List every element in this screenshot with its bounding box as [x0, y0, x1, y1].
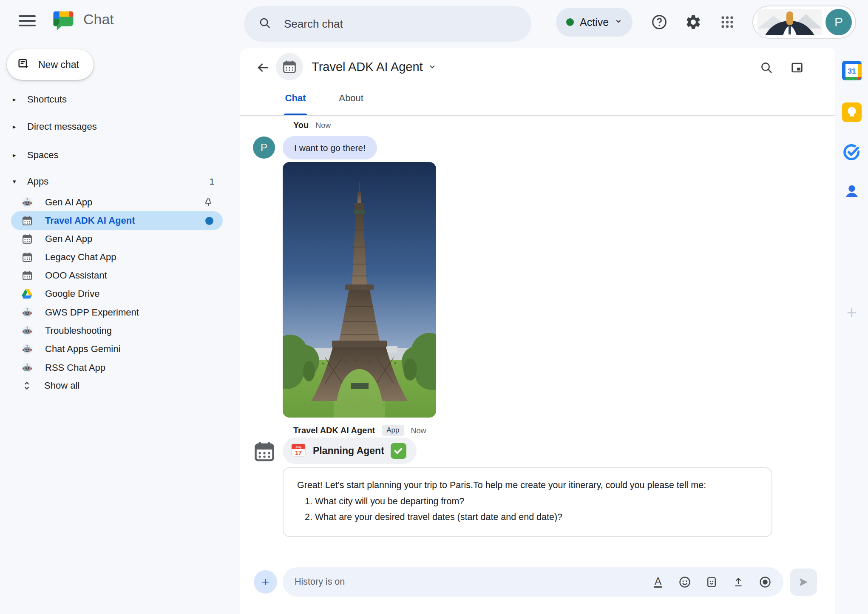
- check-mark-emoji: [391, 443, 406, 459]
- avatar: P: [825, 9, 852, 35]
- chevron-down-icon: [615, 17, 622, 27]
- emoji-icon[interactable]: [678, 576, 691, 588]
- chevron-down-icon: [428, 63, 437, 71]
- sidebar-item-gen-ai-app[interactable]: Gen AI App: [11, 193, 223, 212]
- app-label: Gen AI App: [45, 233, 92, 244]
- add-attachment-button[interactable]: +: [254, 570, 277, 594]
- message-time: Now: [411, 426, 426, 435]
- gif-sticker-icon[interactable]: [705, 576, 718, 588]
- search-input[interactable]: Search chat: [244, 6, 531, 42]
- tab-chat[interactable]: Chat: [282, 85, 309, 114]
- conversation-panel: Travel ADK AI Agent Chat About You Now P…: [240, 48, 835, 614]
- main-menu-icon[interactable]: [19, 15, 36, 27]
- message-input-placeholder: History is on: [295, 577, 652, 587]
- google-keep-icon[interactable]: [842, 102, 862, 124]
- app-label: Google Drive: [45, 288, 99, 299]
- account-profile[interactable]: P: [752, 6, 856, 39]
- svg-text:31: 31: [848, 67, 856, 75]
- app-label: OOO Assistant: [45, 270, 107, 281]
- show-all-button[interactable]: Show all: [11, 376, 223, 395]
- message-list-item: What city will you be departing from?: [315, 494, 758, 509]
- app-label: Troubleshooting: [45, 325, 112, 336]
- unread-dot: [205, 217, 213, 225]
- app-label: Gen AI App: [45, 197, 92, 208]
- page-title: Travel ADK AI Agent: [312, 48, 423, 85]
- google-chat-app: Chat Search chat Active: [0, 0, 868, 614]
- message-list-item: What are your desired travel dates (star…: [315, 509, 758, 525]
- app-label: RSS Chat App: [45, 362, 105, 373]
- contacts-icon[interactable]: [843, 182, 861, 202]
- status-label: Active: [580, 16, 609, 28]
- text-format-icon[interactable]: A: [652, 576, 664, 588]
- record-video-icon[interactable]: [759, 576, 772, 588]
- eiffel-tower-photo[interactable]: [283, 162, 436, 418]
- search-in-conversation-icon[interactable]: [757, 58, 776, 77]
- search-placeholder: Search chat: [284, 17, 343, 31]
- sidebar-item-troubleshooting[interactable]: Troubleshooting: [11, 321, 223, 340]
- sidebar: New chat ▸ Shortcuts ▸ Direct messages ▸…: [0, 44, 238, 614]
- user-message-bubble: I want to go there!: [283, 136, 377, 159]
- sender-name: Travel ADK AI Agent: [293, 426, 375, 435]
- conversation-title-menu[interactable]: Travel ADK AI Agent: [312, 48, 437, 85]
- search-icon: [258, 17, 271, 31]
- agent-avatar: [276, 53, 303, 80]
- open-in-window-icon[interactable]: [788, 58, 806, 77]
- chip-label: Planning Agent: [313, 445, 384, 457]
- app-label: Travel ADK AI Agent: [45, 215, 135, 226]
- sidebar-item-travel-adk-ai-agent[interactable]: Travel ADK AI Agent: [11, 211, 223, 230]
- send-button[interactable]: [790, 569, 817, 596]
- app-badge: App: [382, 425, 404, 436]
- show-all-label: Show all: [44, 380, 79, 391]
- planning-agent-chip: July 17 Planning Agent: [283, 438, 417, 464]
- google-apps-grid-icon[interactable]: [716, 11, 738, 33]
- product-title: Chat: [83, 0, 114, 38]
- side-panel-rail: 31 +: [835, 48, 868, 614]
- google-tasks-icon[interactable]: [842, 142, 861, 163]
- message-text: Great! Let's start planning your trip to…: [297, 478, 758, 493]
- settings-gear-icon[interactable]: [682, 11, 704, 33]
- sidebar-item-rss-chat-app[interactable]: RSS Chat App: [11, 358, 223, 377]
- profile-banner-image: [757, 9, 822, 35]
- calendar-icon: [21, 270, 33, 281]
- sidebar-item-gen-ai-app-2[interactable]: Gen AI App: [11, 230, 223, 248]
- sidebar-item-gws-dpp-experiment[interactable]: GWS DPP Experiment: [11, 303, 223, 322]
- sidebar-section-shortcuts[interactable]: ▸ Shortcuts: [0, 88, 238, 111]
- status-selector[interactable]: Active: [556, 8, 633, 37]
- calendar-icon: [21, 215, 33, 227]
- section-label: Apps: [27, 176, 48, 187]
- top-header: Chat Search chat Active: [0, 0, 868, 44]
- message-list: What city will you be departing from? Wh…: [297, 494, 758, 525]
- sidebar-item-ooo-assistant[interactable]: OOO Assistant: [11, 266, 223, 285]
- add-panel-app-icon[interactable]: +: [847, 303, 857, 322]
- sidebar-item-google-drive[interactable]: Google Drive: [11, 284, 223, 303]
- section-label: Shortcuts: [27, 94, 67, 105]
- google-chat-logo: [51, 9, 76, 34]
- conversation-tabs: Chat About: [240, 85, 835, 116]
- tab-about[interactable]: About: [335, 85, 368, 114]
- robot-icon: [21, 307, 33, 318]
- google-calendar-icon[interactable]: 31: [842, 61, 862, 82]
- help-icon[interactable]: [648, 11, 670, 33]
- message-input[interactable]: History is on A: [283, 567, 783, 597]
- active-status-dot: [566, 18, 574, 26]
- unfold-more-icon: [21, 380, 32, 391]
- robot-icon: [21, 196, 33, 208]
- sidebar-section-apps[interactable]: ▾ Apps 1: [0, 171, 238, 193]
- upload-icon[interactable]: [732, 576, 745, 588]
- app-label: Legacy Chat App: [45, 252, 116, 263]
- caret-right-icon: ▸: [13, 96, 20, 103]
- apps-count-badge: 1: [210, 177, 214, 187]
- sidebar-item-chat-apps-gemini[interactable]: Chat Apps Gemini: [11, 340, 223, 358]
- new-chat-label: New chat: [38, 59, 79, 71]
- back-arrow-icon[interactable]: [254, 58, 272, 77]
- sidebar-section-direct-messages[interactable]: ▸ Direct messages: [0, 116, 238, 138]
- new-chat-button[interactable]: New chat: [7, 49, 94, 80]
- calendar-icon: [21, 251, 33, 263]
- caret-right-icon: ▸: [13, 123, 20, 131]
- sidebar-section-spaces[interactable]: ▸ Spaces: [0, 144, 238, 166]
- divider: [240, 115, 835, 116]
- caret-right-icon: ▸: [13, 151, 20, 159]
- svg-text:17: 17: [295, 449, 302, 456]
- sidebar-item-legacy-chat-app[interactable]: Legacy Chat App: [11, 248, 223, 267]
- agent-message-card: Great! Let's start planning your trip to…: [283, 467, 772, 537]
